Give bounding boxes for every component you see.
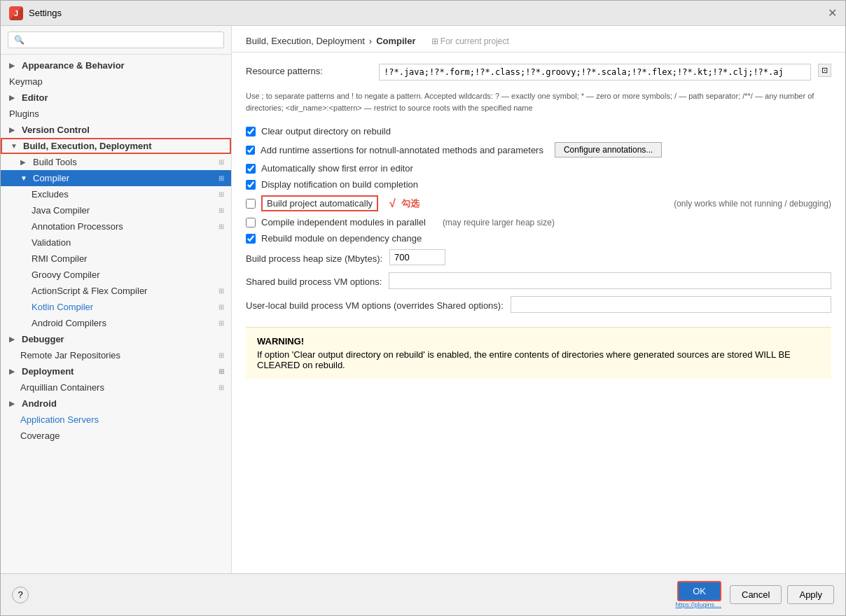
title-bar-left: J Settings xyxy=(9,6,62,20)
page-icon: ⊞ xyxy=(219,368,224,375)
compile-parallel-note: (may require larger heap size) xyxy=(443,218,555,227)
clear-output-row: Clear output directory on rebuild xyxy=(246,126,831,136)
sidebar-item-debugger[interactable]: ▶ Debugger xyxy=(1,331,231,347)
page-icon: ⊞ xyxy=(219,174,224,182)
expand-icon: ▶ xyxy=(20,158,30,166)
sidebar-item-annotation-processors[interactable]: Annotation Processors ⊞ xyxy=(1,218,231,234)
expand-icon: ▶ xyxy=(9,335,19,343)
resource-patterns-label: Resource patterns: xyxy=(246,64,372,76)
sidebar-item-arquillian[interactable]: Arquillian Containers ⊞ xyxy=(1,379,231,396)
clear-output-checkbox[interactable] xyxy=(246,127,256,136)
rebuild-module-row: Rebuild module on dependency change xyxy=(246,233,831,244)
warning-body: If option 'Clear output directory on reb… xyxy=(257,349,820,370)
heap-input[interactable] xyxy=(389,249,445,265)
close-button[interactable]: ✕ xyxy=(828,6,837,20)
bottom-bar: ? OK https://plugins.... Cancel Apply xyxy=(1,573,845,615)
sidebar-item-groovy-compiler[interactable]: Groovy Compiler xyxy=(1,267,231,283)
clear-output-label: Clear output directory on rebuild xyxy=(261,126,391,136)
auto-show-error-row: Automatically show first error in editor xyxy=(246,163,831,174)
add-runtime-checkbox[interactable] xyxy=(246,146,255,155)
page-icon: ⊞ xyxy=(219,190,224,198)
rebuild-module-checkbox[interactable] xyxy=(246,234,256,244)
sidebar-item-android[interactable]: ▶ Android xyxy=(1,396,231,412)
ok-button[interactable]: OK xyxy=(677,581,721,601)
expand-icon: ▼ xyxy=(20,174,30,182)
panel-header: Build, Execution, Deployment › Compiler … xyxy=(232,26,845,52)
expand-icon: ▶ xyxy=(9,62,19,69)
sidebar-item-java-compiler[interactable]: Java Compiler ⊞ xyxy=(1,202,231,218)
sidebar-item-editor[interactable]: ▶ Editor xyxy=(1,90,231,106)
build-auto-note: (only works while not running / debuggin… xyxy=(674,199,831,209)
annotation-checkmark: √ xyxy=(389,197,396,210)
warning-box: WARNING! If option 'Clear output directo… xyxy=(246,327,831,379)
expand-icon: ▶ xyxy=(9,400,19,407)
sidebar-item-kotlin[interactable]: Kotlin Compiler ⊞ xyxy=(1,299,231,315)
hint-text: Use ; to separate patterns and ! to nega… xyxy=(246,88,831,116)
build-auto-label: Build project automatically xyxy=(267,198,373,209)
page-icon: ⊞ xyxy=(219,319,224,327)
display-notification-row: Display notification on build completion xyxy=(246,179,831,190)
expand-icon: ▶ xyxy=(9,126,19,134)
auto-show-error-checkbox[interactable] xyxy=(246,164,256,174)
resource-expand-button[interactable]: ⊡ xyxy=(818,64,831,77)
sidebar-item-android-compilers[interactable]: Android Compilers ⊞ xyxy=(1,315,231,331)
apply-button[interactable]: Apply xyxy=(787,585,834,604)
help-button[interactable]: ? xyxy=(12,587,29,603)
resource-patterns-input[interactable] xyxy=(379,64,811,80)
for-project-label: ⊞ For current project xyxy=(431,36,509,46)
page-icon: ⊞ xyxy=(219,206,224,214)
resource-patterns-row: Resource patterns: ⊡ xyxy=(246,64,831,80)
sidebar-item-coverage[interactable]: Coverage xyxy=(1,428,231,444)
sidebar-item-validation[interactable]: Validation xyxy=(1,234,231,251)
sidebar-item-deployment[interactable]: ▶ Deployment ⊞ xyxy=(1,363,231,379)
display-notification-label: Display notification on build completion xyxy=(261,179,418,190)
page-icon: ⊞ xyxy=(219,287,224,295)
sidebar-item-compiler[interactable]: ▼ Compiler ⊞ xyxy=(1,170,231,186)
breadcrumb-part1: Build, Execution, Deployment xyxy=(246,36,365,46)
sidebar-item-actionscript[interactable]: ActionScript & Flex Compiler ⊞ xyxy=(1,283,231,299)
sidebar: ▶ Appearance & Behavior Keymap ▶ Editor … xyxy=(1,26,232,573)
compile-parallel-row: Compile independent modules in parallel … xyxy=(246,217,831,227)
sidebar-item-appearance[interactable]: ▶ Appearance & Behavior xyxy=(1,57,231,74)
sidebar-item-version-control[interactable]: ▶ Version Control xyxy=(1,122,231,138)
user-local-vm-row: User-local build process VM options (ove… xyxy=(246,296,831,313)
auto-show-error-label: Automatically show first error in editor xyxy=(261,163,413,174)
compile-parallel-label: Compile independent modules in parallel xyxy=(261,217,426,227)
cancel-button[interactable]: Cancel xyxy=(730,585,782,604)
sidebar-item-plugins[interactable]: Plugins xyxy=(1,106,231,122)
user-local-vm-input[interactable] xyxy=(511,296,831,313)
annotation-text: 勾选 xyxy=(401,197,419,210)
warning-title: WARNING! xyxy=(257,336,820,346)
shared-vm-input[interactable] xyxy=(389,272,831,289)
page-icon: ⊞ xyxy=(219,158,224,166)
sidebar-item-rmi-compiler[interactable]: RMI Compiler xyxy=(1,251,231,267)
sidebar-item-excludes[interactable]: Excludes ⊞ xyxy=(1,186,231,202)
sidebar-item-remote-jar[interactable]: Remote Jar Repositories ⊞ xyxy=(1,347,231,363)
breadcrumb-separator: › xyxy=(369,36,372,46)
rebuild-module-label: Rebuild module on dependency change xyxy=(261,233,422,244)
shared-vm-label: Shared build process VM options: xyxy=(246,274,382,287)
compile-parallel-checkbox[interactable] xyxy=(246,218,256,227)
heap-label: Build process heap size (Mbytes): xyxy=(246,251,382,264)
search-input[interactable] xyxy=(8,31,224,48)
main-content: ▶ Appearance & Behavior Keymap ▶ Editor … xyxy=(1,26,845,573)
build-auto-row: Build project automatically √ 勾选 (only w… xyxy=(246,195,831,211)
sidebar-item-keymap[interactable]: Keymap xyxy=(1,74,231,90)
build-auto-checkbox[interactable] xyxy=(246,199,256,209)
sidebar-item-build-tools[interactable]: ▶ Build Tools ⊞ xyxy=(1,154,231,170)
page-icon: ⊞ xyxy=(219,303,224,311)
page-icon: ⊞ xyxy=(219,351,224,359)
app-icon: J xyxy=(9,6,23,20)
settings-window: J Settings ✕ ▶ Appearance & Behavior Key… xyxy=(0,0,846,616)
display-notification-checkbox[interactable] xyxy=(246,180,256,190)
right-panel: Build, Execution, Deployment › Compiler … xyxy=(232,26,845,573)
search-bar xyxy=(1,26,231,55)
url-text[interactable]: https://plugins.... xyxy=(675,601,721,608)
configure-annotations-button[interactable]: Configure annotations... xyxy=(555,142,662,158)
build-auto-label-wrap: Build project automatically xyxy=(261,195,378,211)
sidebar-item-application-servers[interactable]: Application Servers xyxy=(1,412,231,428)
window-title: Settings xyxy=(29,8,62,18)
shared-vm-row: Shared build process VM options: xyxy=(246,272,831,289)
breadcrumb: Build, Execution, Deployment › Compiler … xyxy=(246,36,831,46)
sidebar-item-build-exec-deploy[interactable]: ▼ Build, Execution, Deployment xyxy=(1,138,231,154)
